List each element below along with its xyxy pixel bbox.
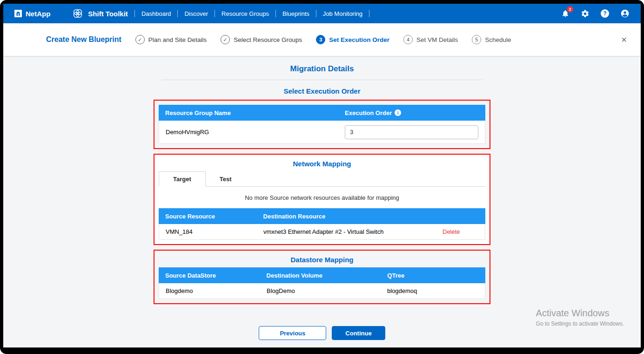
execution-order-cell [338, 125, 485, 139]
table-row: VMN_184 vmxnet3 Ethernet Adapter #2 - Vi… [159, 224, 485, 240]
nav-separator [275, 10, 276, 17]
nav-separator [316, 10, 316, 17]
resource-group-name-cell: DemoHVmigRG [159, 129, 338, 136]
tab-target[interactable]: Target [159, 171, 206, 187]
nav-separator [215, 10, 215, 17]
datastore-mapping-section-title: Datastore Mapping [159, 256, 485, 264]
table-header-row: Source Resource Destination Resource [159, 208, 485, 224]
step-label: Select Resource Groups [234, 36, 302, 43]
nav-resource-groups[interactable]: Resource Groups [221, 10, 269, 17]
main-nav: Dashboard Discover Resource Groups Bluep… [141, 10, 376, 17]
step-select-resource-groups[interactable]: ✓ Select Resource Groups [221, 35, 302, 44]
watermark-line1: Activate Windows [536, 308, 624, 319]
execution-order-section-title: Select Execution Order [283, 87, 360, 95]
delete-mapping-link[interactable]: Delete [436, 228, 485, 235]
step-number: 4 [403, 35, 413, 44]
table-header-row: Source DataStore Destination Volume QTre… [159, 267, 485, 283]
step-label: Plan and Site Details [148, 36, 207, 43]
user-avatar-icon[interactable] [620, 9, 630, 18]
nav-discover[interactable]: Discover [184, 10, 208, 17]
nav-separator [177, 10, 178, 17]
wizard-title: Create New Blueprint [46, 35, 121, 44]
nav-job-monitoring[interactable]: Job Monitoring [323, 10, 362, 17]
close-icon[interactable]: × [621, 35, 627, 44]
nav-dashboard[interactable]: Dashboard [141, 10, 171, 17]
previous-button[interactable]: Previous [259, 326, 326, 340]
column-source-resource: Source Resource [159, 213, 257, 220]
info-icon[interactable]: i [395, 109, 401, 116]
column-source-datastore: Source DataStore [159, 272, 260, 279]
qtree-cell: blogdemoq [381, 287, 485, 294]
check-icon: ✓ [135, 35, 145, 44]
network-mapping-section-title: Network Mapping [159, 160, 485, 168]
step-label: Set Execution Order [329, 36, 389, 43]
netapp-logo-icon [14, 10, 22, 17]
execution-order-table: Resource Group Name Execution Order i De… [159, 105, 485, 144]
notifications-bell-icon[interactable]: 2 [561, 9, 570, 18]
shift-toolkit-app: NetApp Shift Toolkit Dashboard Discover … [3, 4, 641, 347]
table-row: Blogdemo BlogDemo blogdemoq [159, 283, 485, 299]
column-execution-order: Execution Order i [338, 109, 485, 116]
netapp-logo: NetApp [14, 10, 50, 18]
step-set-execution-order[interactable]: 3 Set Execution Order [316, 35, 389, 44]
step-label: Set VM Details [416, 36, 458, 43]
source-datastore-cell: Blogdemo [159, 287, 260, 294]
brand-name: NetApp [26, 10, 50, 18]
topbar-actions: 2 ? [561, 9, 630, 18]
screenshot-frame: NetApp Shift Toolkit Dashboard Discover … [0, 0, 644, 354]
step-label: Schedule [485, 36, 511, 43]
watermark-line2: Go to Settings to activate Windows. [536, 320, 624, 327]
title-divider [161, 80, 483, 80]
source-resource-cell: VMN_184 [159, 228, 257, 235]
shift-toolkit-title: Shift Toolkit [72, 7, 128, 20]
destination-resource-cell: vmxnet3 Ethernet Adapter #2 - Virtual Sw… [257, 228, 436, 235]
column-destination-resource: Destination Resource [257, 213, 436, 220]
wizard-footer-actions: Previous Continue [259, 326, 385, 340]
destination-volume-cell: BlogDemo [260, 287, 381, 294]
column-destination-volume: Destination Volume [260, 272, 381, 279]
network-mapping-section: Network Mapping Target Test No more Sour… [154, 154, 490, 245]
tab-test[interactable]: Test [206, 172, 246, 186]
notification-badge: 2 [567, 6, 573, 13]
column-resource-group-name: Resource Group Name [159, 109, 338, 116]
step-number: 5 [472, 35, 481, 44]
column-qtree: QTree [381, 272, 485, 279]
table-row: DemoHVmigRG [159, 121, 485, 144]
migration-details-panel: Migration Details Select Execution Order… [3, 56, 641, 347]
network-mapping-table: Source Resource Destination Resource VMN… [159, 208, 485, 240]
shift-toolkit-icon [72, 7, 84, 20]
check-icon: ✓ [221, 35, 230, 44]
wizard-steps: ✓ Plan and Site Details ✓ Select Resourc… [135, 35, 511, 44]
top-navigation-bar: NetApp Shift Toolkit Dashboard Discover … [3, 4, 641, 23]
nav-blueprints[interactable]: Blueprints [282, 10, 309, 17]
continue-button[interactable]: Continue [332, 326, 385, 340]
nav-separator [134, 10, 135, 17]
step-plan-and-site-details[interactable]: ✓ Plan and Site Details [135, 35, 207, 44]
column-label: Execution Order [345, 109, 392, 116]
windows-activation-watermark: Activate Windows Go to Settings to activ… [536, 308, 624, 327]
network-mapping-notice: No more Source network resources availab… [159, 194, 485, 201]
page-title: Migration Details [290, 64, 354, 74]
blueprint-wizard-bar: Create New Blueprint ✓ Plan and Site Det… [3, 23, 641, 56]
step-number: 3 [316, 35, 325, 44]
execution-order-section: Resource Group Name Execution Order i De… [154, 100, 490, 149]
datastore-mapping-section: Datastore Mapping Source DataStore Desti… [154, 250, 490, 304]
execution-order-input[interactable] [345, 125, 478, 139]
settings-gear-icon[interactable] [581, 9, 590, 18]
app-title-label: Shift Toolkit [88, 10, 128, 18]
nav-separator [369, 10, 369, 17]
step-set-vm-details: 4 Set VM Details [403, 35, 458, 44]
network-mapping-tabs: Target Test [159, 171, 485, 187]
help-icon[interactable]: ? [601, 9, 609, 18]
datastore-mapping-table: Source DataStore Destination Volume QTre… [159, 267, 485, 299]
step-schedule: 5 Schedule [472, 35, 511, 44]
table-header-row: Resource Group Name Execution Order i [159, 105, 485, 121]
